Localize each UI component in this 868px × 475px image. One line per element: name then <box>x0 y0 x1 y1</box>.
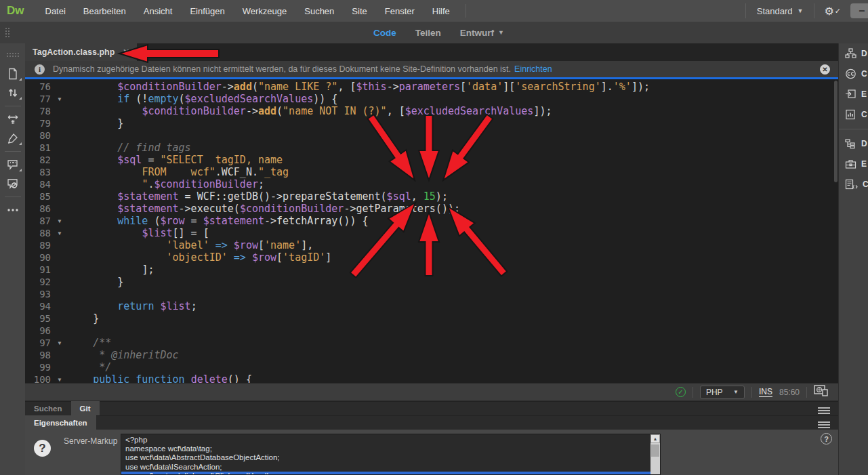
code-line[interactable]: 99 */ <box>25 361 838 373</box>
view-teilen[interactable]: Teilen <box>406 28 451 38</box>
menu-item-suchen[interactable]: Suchen <box>295 0 343 22</box>
code-line[interactable]: 76 $conditionBuilder->add("name LIKE ?",… <box>25 81 838 93</box>
view-entwurf[interactable]: Entwurf <box>451 28 503 38</box>
fold-gutter <box>51 105 68 117</box>
code-line[interactable]: 77▼ if (!empty($excludedSearchValues)) { <box>25 93 838 105</box>
tab-title: TagAction.class.php <box>33 47 115 57</box>
dock-extract-icon[interactable]: E <box>839 154 868 174</box>
fold-arrow-icon[interactable]: ▼ <box>51 215 68 227</box>
fold-arrow-icon[interactable]: ▼ <box>51 373 68 383</box>
server-markup-field[interactable]: ▲ <?phpnamespace wcf\data\tag;use wcf\da… <box>121 434 661 475</box>
dock-insert-icon[interactable]: E <box>839 84 868 104</box>
menu-item-ansicht[interactable]: Ansicht <box>135 0 182 22</box>
fold-gutter <box>51 251 68 264</box>
code-line[interactable]: 83 FROM wcf".WCF_N."_tag <box>25 166 838 178</box>
code-line[interactable]: 90 'objectID' => $row['tagID'] <box>25 251 838 264</box>
scroll-up-icon[interactable]: ▲ <box>650 434 660 443</box>
code-line[interactable]: 78 $conditionBuilder->add("name NOT IN (… <box>25 105 838 117</box>
menu-item-site[interactable]: Site <box>343 0 375 22</box>
minimize-button[interactable]: – <box>850 3 868 18</box>
editor-scrollbar[interactable] <box>834 81 838 381</box>
menu-item-fenster[interactable]: Fenster <box>376 0 423 22</box>
menu-item-datei[interactable]: Datei <box>37 0 75 22</box>
code-line[interactable]: 86 $statement->execute($conditionBuilder… <box>25 203 838 215</box>
code-line[interactable]: 87▼ while ($row = $statement->fetchArray… <box>25 215 838 227</box>
wrap-asterisk-icon[interactable] <box>0 110 25 129</box>
panel-tab-git[interactable]: Git <box>71 401 100 415</box>
menu-item-hilfe[interactable]: Hilfe <box>423 0 459 22</box>
close-icon[interactable]: ✕ <box>123 47 129 57</box>
menu-item-einfgen[interactable]: Einfügen <box>181 0 233 22</box>
panel-menu-icon[interactable] <box>818 406 830 415</box>
server-markup-line: <?php <box>125 436 660 445</box>
view-code[interactable]: Code <box>364 28 406 38</box>
panel-tab-suchen[interactable]: Suchen <box>25 401 71 415</box>
line-number: 93 <box>25 288 51 300</box>
dreamweaver-logo: Dw <box>7 4 24 18</box>
cursor-position: 85:60 <box>779 388 800 397</box>
code-line[interactable]: 95 } <box>25 312 838 325</box>
dock-cc-libraries-icon[interactable]: C <box>839 64 868 84</box>
dock-panel-label: C <box>861 110 867 119</box>
minimize-icon: – <box>859 5 865 17</box>
tab-tagaction-class-php[interactable]: TagAction.class.php ✕ <box>25 43 137 61</box>
help-icon[interactable]: ? <box>821 433 832 445</box>
code-line[interactable]: 89 'label' => $row['name'], <box>25 239 838 251</box>
setup-link[interactable]: Einrichten <box>514 64 552 74</box>
more-options-icon[interactable] <box>0 201 25 220</box>
chevron-down-icon: ▼ <box>733 389 739 395</box>
dock-files-tree-icon[interactable]: D <box>839 43 868 64</box>
field-scrollbar[interactable]: ▲ <box>650 434 660 475</box>
scrollbar-thumb[interactable] <box>651 445 659 457</box>
dock-css-designer-icon[interactable]: C <box>839 104 868 125</box>
open-documents-icon[interactable] <box>0 64 25 83</box>
fold-arrow-icon[interactable]: ▼ <box>51 93 68 105</box>
code-line[interactable]: 92 } <box>25 276 838 288</box>
code-line[interactable]: 94 return $list; <box>25 300 838 312</box>
panel-menu-icon[interactable] <box>818 420 830 430</box>
code-line[interactable]: 88▼ $list[] = [ <box>25 227 838 239</box>
code-text: * @inheritDoc <box>68 349 838 361</box>
dock-panel-label: C <box>863 180 868 189</box>
code-line[interactable]: 93 <box>25 288 838 300</box>
menu-item-werkzeuge[interactable]: Werkzeuge <box>234 0 296 22</box>
server-markup-line: use wcf\system\clipboard\ClipboardHandle… <box>121 472 660 475</box>
server-markup-line: use wcf\data\ISearchAction; <box>125 463 660 472</box>
code-line[interactable]: 80 <box>25 129 838 142</box>
code-line[interactable]: 82 $sql = "SELECT tagID, name <box>25 154 838 166</box>
remove-comment-icon[interactable] <box>0 174 25 193</box>
language-select[interactable]: PHP ▼ <box>700 386 745 399</box>
code-line[interactable]: 98 * @inheritDoc <box>25 349 838 361</box>
sync-settings-button[interactable]: ⚙ ✓ <box>814 5 850 18</box>
close-icon[interactable]: ✕ <box>820 64 830 75</box>
code-line[interactable]: 81 // find tags <box>25 142 838 154</box>
code-line[interactable]: 79 } <box>25 117 838 129</box>
apply-comment-icon[interactable] <box>0 155 25 174</box>
code-line[interactable]: 96 <box>25 325 838 337</box>
scrollbar-thumb[interactable] <box>834 81 838 182</box>
code-line[interactable]: 100▼ public function delete() { <box>25 373 838 383</box>
code-line[interactable]: 91 ]; <box>25 264 838 276</box>
dock-snippets-icon[interactable]: C <box>839 174 868 194</box>
fold-arrow-icon[interactable]: ▼ <box>51 227 68 239</box>
format-source-icon[interactable] <box>0 129 25 148</box>
code-line[interactable]: 85 $statement = WCF::getDB()->prepareSta… <box>25 190 838 203</box>
code-line[interactable]: 97▼ /** <box>25 337 838 349</box>
workspace-switcher[interactable]: Standard ▼ <box>745 3 815 18</box>
chevron-down-icon[interactable]: ▼ <box>498 29 504 36</box>
code-text: public function delete() { <box>68 373 838 383</box>
realtime-preview-icon[interactable] <box>814 385 829 399</box>
info-icon: i <box>35 64 45 75</box>
code-line[interactable]: 84 ".$conditionBuilder; <box>25 178 838 190</box>
panel-tab-eigenschaften[interactable]: Eigenschaften <box>25 415 96 430</box>
sort-lines-icon[interactable] <box>0 83 25 102</box>
code-editor[interactable]: 76 $conditionBuilder->add("name LIKE ?",… <box>25 79 838 383</box>
fold-gutter <box>51 154 68 166</box>
fold-arrow-icon[interactable]: ▼ <box>51 337 68 349</box>
insert-mode-indicator[interactable]: INS <box>759 387 772 397</box>
dock-dom-icon[interactable]: D <box>839 133 868 154</box>
fold-gutter <box>51 312 68 325</box>
code-text: $conditionBuilder->add("name NOT IN (?)"… <box>68 105 838 117</box>
menu-item-bearbeiten[interactable]: Bearbeiten <box>75 0 135 22</box>
fold-gutter <box>51 349 68 361</box>
